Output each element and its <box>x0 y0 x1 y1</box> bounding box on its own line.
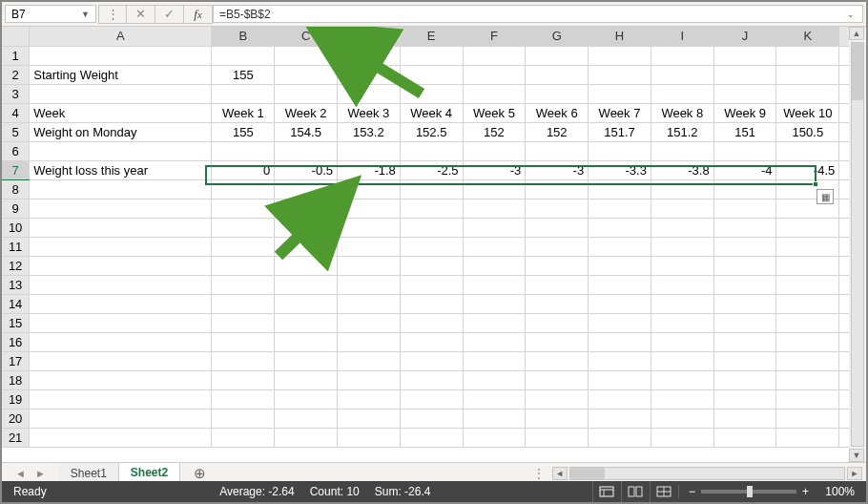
cell-C4[interactable]: Week 2 <box>275 103 338 122</box>
cell-A5[interactable]: Weight on Monday <box>30 122 212 141</box>
cell-H3[interactable] <box>589 84 651 103</box>
cell-A17[interactable] <box>30 351 212 370</box>
col-A[interactable]: A <box>30 27 212 46</box>
col-D[interactable]: D <box>338 27 401 46</box>
cell-B2[interactable]: 155 <box>212 65 275 84</box>
cell-K17[interactable] <box>776 351 839 370</box>
cell-G18[interactable] <box>526 370 589 389</box>
cell-J4[interactable]: Week 9 <box>713 103 776 122</box>
cell-G4[interactable]: Week 6 <box>526 103 589 122</box>
cell-E10[interactable] <box>400 218 463 237</box>
cell-A3[interactable] <box>30 84 212 103</box>
cell-D20[interactable] <box>338 409 401 428</box>
col-J[interactable]: J <box>713 27 776 46</box>
cell-C9[interactable] <box>275 199 338 218</box>
cell-F13[interactable] <box>463 275 526 294</box>
cell-F4[interactable]: Week 5 <box>463 103 526 122</box>
cell-B13[interactable] <box>212 275 275 294</box>
cell-F9[interactable] <box>463 199 526 218</box>
cell-C19[interactable] <box>275 389 338 409</box>
row-header-14[interactable]: 14 <box>2 294 30 313</box>
cell-J9[interactable] <box>713 199 776 218</box>
add-sheet-button[interactable]: ⊕ <box>180 463 218 483</box>
cell-C2[interactable] <box>275 65 338 84</box>
formula-input[interactable]: =B5-$B$2 ⌄ <box>213 5 863 23</box>
cell-D19[interactable] <box>338 389 401 409</box>
cell-G21[interactable] <box>526 428 589 447</box>
cell-B6[interactable] <box>212 141 275 160</box>
row-header-13[interactable]: 13 <box>2 275 30 294</box>
cell-I3[interactable] <box>651 84 713 103</box>
horizontal-scrollbar[interactable]: ◄ ► <box>548 463 866 483</box>
cell-K14[interactable] <box>776 294 839 313</box>
row-header-19[interactable]: 19 <box>2 389 30 409</box>
cell-D13[interactable] <box>338 275 401 294</box>
cell-I11[interactable] <box>651 237 713 256</box>
cell-A2[interactable]: Starting Weight <box>30 65 212 84</box>
col-B[interactable]: B <box>212 27 275 46</box>
cell-J12[interactable] <box>713 256 776 275</box>
cell-J19[interactable] <box>713 389 776 409</box>
cell-I2[interactable] <box>651 65 713 84</box>
cell-D16[interactable] <box>338 332 401 351</box>
cancel-formula-button[interactable]: ✕ <box>127 5 155 24</box>
scroll-right-button[interactable]: ► <box>847 467 862 480</box>
cell-J20[interactable] <box>713 409 776 428</box>
cell-K20[interactable] <box>776 409 839 428</box>
row-header-18[interactable]: 18 <box>2 370 30 389</box>
cell-D10[interactable] <box>338 218 401 237</box>
cell-D3[interactable] <box>338 84 401 103</box>
cell-J15[interactable] <box>713 313 776 332</box>
row-header-20[interactable]: 20 <box>2 409 30 428</box>
cell-I9[interactable] <box>651 199 713 218</box>
cell-H16[interactable] <box>589 332 651 351</box>
spreadsheet-grid[interactable]: A B C D E F G H I J K L 12Starting Weigh… <box>2 27 866 462</box>
cell-J1[interactable] <box>713 46 776 65</box>
cell-E11[interactable] <box>400 237 463 256</box>
cell-C3[interactable] <box>275 84 338 103</box>
cell-A19[interactable] <box>30 389 212 409</box>
cell-C7[interactable]: -0.5 <box>275 160 338 179</box>
normal-view-button[interactable] <box>592 481 621 502</box>
cell-I5[interactable]: 151.2 <box>651 122 713 141</box>
cell-E20[interactable] <box>400 409 463 428</box>
cell-F5[interactable]: 152 <box>463 122 526 141</box>
cell-G8[interactable] <box>526 179 589 199</box>
cell-F8[interactable] <box>463 179 526 199</box>
cell-H17[interactable] <box>589 351 651 370</box>
cell-A9[interactable] <box>30 199 212 218</box>
cell-I20[interactable] <box>651 409 713 428</box>
row-header-3[interactable]: 3 <box>2 84 30 103</box>
cell-I6[interactable] <box>651 141 713 160</box>
cell-B16[interactable] <box>212 332 275 351</box>
row-header-10[interactable]: 10 <box>2 218 30 237</box>
cell-H7[interactable]: -3.3 <box>589 160 651 179</box>
cell-H15[interactable] <box>589 313 651 332</box>
cell-K1[interactable] <box>776 46 839 65</box>
cell-A16[interactable] <box>30 332 212 351</box>
col-C[interactable]: C <box>275 27 338 46</box>
cell-K21[interactable] <box>776 428 839 447</box>
cell-H19[interactable] <box>589 389 651 409</box>
cell-C16[interactable] <box>275 332 338 351</box>
cell-C17[interactable] <box>275 351 338 370</box>
row-header-21[interactable]: 21 <box>2 428 30 447</box>
fx-button[interactable]: fx <box>184 5 213 24</box>
cell-F17[interactable] <box>463 351 526 370</box>
col-H[interactable]: H <box>589 27 651 46</box>
zoom-out-button[interactable]: − <box>689 485 695 498</box>
cell-H13[interactable] <box>589 275 651 294</box>
cell-D7[interactable]: -1.8 <box>338 160 401 179</box>
row-header-7[interactable]: 7 <box>2 160 30 179</box>
col-E[interactable]: E <box>400 27 463 46</box>
cell-F18[interactable] <box>463 370 526 389</box>
cell-B4[interactable]: Week 1 <box>212 103 275 122</box>
cell-B12[interactable] <box>212 256 275 275</box>
cell-J14[interactable] <box>713 294 776 313</box>
row-header-6[interactable]: 6 <box>2 141 30 160</box>
cell-J21[interactable] <box>713 428 776 447</box>
cell-K2[interactable] <box>776 65 839 84</box>
cell-H5[interactable]: 151.7 <box>589 122 651 141</box>
cell-F11[interactable] <box>463 237 526 256</box>
cell-I12[interactable] <box>651 256 713 275</box>
